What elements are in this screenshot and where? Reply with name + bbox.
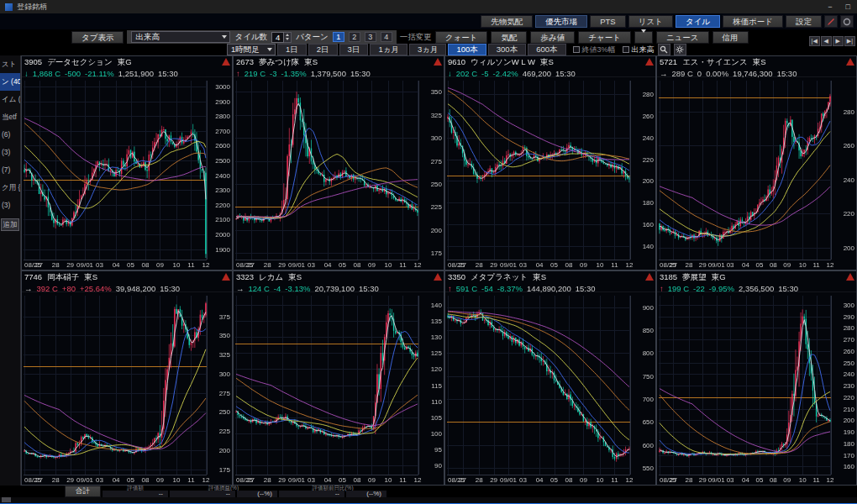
menu-stock-board-button[interactable]: 株価ボード	[723, 15, 783, 28]
period-1month-button[interactable]: 1ヵ月	[370, 44, 407, 55]
minimize-button[interactable]: −	[828, 3, 832, 11]
price-change: -3	[270, 69, 276, 78]
prev-page-button[interactable]: ◀	[821, 36, 832, 46]
menu-priority-market-button[interactable]: 優先市場	[535, 15, 587, 28]
chart-view-button[interactable]: チャート	[578, 31, 631, 44]
chart-panel[interactable]: 3905 データセクション 東G ↓ 1,868 C -500 -21.11% …	[21, 55, 233, 270]
resize-grip[interactable]	[2, 497, 11, 502]
price-change-percent: -9.95%	[709, 284, 734, 293]
direction-arrow-icon: ↑	[660, 284, 664, 293]
sidebar-item[interactable]: (6)	[0, 126, 20, 144]
pattern-label: パターン	[296, 32, 329, 43]
candlestick-chart[interactable]	[657, 292, 856, 485]
candlestick-chart[interactable]	[657, 77, 856, 270]
pattern-4-button[interactable]: 4	[381, 32, 392, 42]
candlestick-chart[interactable]	[445, 292, 655, 485]
total-button[interactable]: 合計	[65, 486, 101, 497]
bulk-change-label: 一括変更	[400, 32, 432, 43]
chart-panel[interactable]: 9610 ウィルソンW L W 東S ↓ 202 C -5 -2.42% 469…	[444, 55, 656, 270]
timeframe-dropdown[interactable]: 1時間足	[227, 44, 276, 55]
last-page-button[interactable]: ▶|	[844, 36, 855, 46]
chart-panel[interactable]: 5721 エス・サイエンス 東S → 289 C 0 0.00% 19,746,…	[656, 55, 857, 270]
alert-triangle-icon[interactable]	[222, 58, 230, 66]
time-value: 15:30	[160, 284, 180, 293]
market-label: 東S	[540, 57, 554, 68]
alert-triangle-icon[interactable]	[645, 273, 654, 281]
sidebar-item[interactable]: イム (6)	[0, 91, 20, 108]
zoom-icon[interactable]	[658, 44, 670, 55]
market-label: 東S	[288, 272, 302, 283]
candlestick-chart[interactable]	[445, 77, 655, 270]
panel-header: 3905 データセクション 東G ↓ 1,868 C -500 -21.11% …	[22, 56, 232, 77]
alert-triangle-icon[interactable]	[434, 273, 442, 281]
alert-triangle-icon[interactable]	[846, 273, 854, 281]
depth-view-button[interactable]: 気配	[491, 31, 527, 44]
period-2day-button[interactable]: 2日	[308, 44, 338, 55]
alert-triangle-icon[interactable]	[434, 58, 442, 66]
market-label: 東S	[84, 272, 97, 283]
sidebar-item[interactable]: ク用 {	[0, 179, 20, 197]
volume-checkbox[interactable]	[623, 46, 629, 53]
sidebar-item[interactable]: (3)	[0, 144, 20, 161]
pen-icon[interactable]	[824, 15, 838, 28]
pnl-column: 評価損益(%) -- (--%)	[170, 486, 277, 497]
pattern-2-button[interactable]: 2	[349, 32, 360, 42]
sidebar-add-button[interactable]: 追加	[1, 218, 19, 231]
tab-display-button[interactable]: タブ表示	[71, 31, 124, 44]
candlestick-chart[interactable]	[234, 292, 444, 485]
tile-count-label: タイル数	[234, 32, 267, 43]
chart-panel[interactable]: 7746 岡本硝子 東S → 392 C +80 +25.64% 39,948,…	[21, 270, 233, 486]
menu-settings-button[interactable]: 設定	[786, 15, 822, 28]
chart-panel[interactable]: 2673 夢みつけ隊 東S ↑ 219 C -3 -1.35% 1,379,50…	[233, 55, 444, 270]
next-page-button[interactable]: ▶	[833, 36, 844, 46]
chart-panel[interactable]: 3323 レカム 東S → 124 C -4 -3.13% 20,739,100…	[233, 270, 444, 486]
menu-futures-quote-button[interactable]: 先物気配	[481, 15, 533, 28]
first-page-button[interactable]: |◀	[809, 36, 820, 46]
time-value: 15:30	[778, 284, 798, 293]
period-3day-button[interactable]: 3日	[339, 44, 369, 55]
price-change: +80	[62, 284, 76, 293]
gear-icon[interactable]	[674, 44, 686, 55]
pattern-3-button[interactable]: 3	[365, 32, 376, 42]
volume-value: 144,890,200	[527, 284, 571, 293]
sidebar-item[interactable]: (3)	[0, 197, 20, 214]
period-1day-button[interactable]: 1日	[277, 44, 307, 55]
ticks-view-button[interactable]: 歩み値	[530, 31, 575, 44]
chart-panel[interactable]: 3350 メタプラネット 東S ↑ 591 C -54 -8.37% 144,8…	[444, 270, 656, 486]
candlestick-chart[interactable]	[22, 292, 232, 485]
tile-count-stepper[interactable]: 4	[271, 32, 292, 43]
menu-pts-button[interactable]: PTS	[590, 15, 625, 28]
margin-view-button[interactable]: 信用	[712, 31, 749, 44]
period-3month-button[interactable]: 3ヵ月	[409, 44, 447, 55]
bars-600-button[interactable]: 600本	[528, 44, 565, 55]
market-label: 東S	[533, 272, 546, 283]
panel-header: 3350 メタプラネット 東S ↑ 591 C -54 -8.37% 144,8…	[445, 271, 655, 292]
close-3pct-checkbox[interactable]	[573, 46, 580, 53]
chart-view-dropdown-button[interactable]	[634, 31, 653, 44]
menu-tile-button[interactable]: タイル	[676, 15, 720, 28]
sync-icon[interactable]	[840, 15, 854, 28]
chart-type-dropdown[interactable]: 出来高	[131, 31, 230, 43]
sidebar-item-active[interactable]: ン (40)	[0, 73, 20, 91]
alert-triangle-icon[interactable]	[222, 273, 230, 281]
quote-view-button[interactable]: クォート	[435, 31, 488, 44]
bars-300-button[interactable]: 300本	[488, 44, 526, 55]
news-view-button[interactable]: ニュース	[656, 31, 709, 44]
stock-code: 2673	[236, 57, 254, 68]
sidebar-item[interactable]: スト	[0, 55, 20, 73]
direction-arrow-icon: ↑	[236, 69, 240, 78]
chart-panel[interactable]: 3185 夢展望 東G ↑ 199 C -22 -9.95% 2,356,500…	[656, 270, 857, 486]
alert-triangle-icon[interactable]	[645, 58, 654, 66]
sidebar-item[interactable]: 当etf	[0, 108, 20, 126]
direction-arrow-icon: →	[236, 284, 244, 293]
direction-arrow-icon: ↓	[24, 69, 29, 78]
pattern-1-button[interactable]: 1	[333, 32, 344, 42]
maximize-button[interactable]: □	[846, 3, 850, 11]
sidebar-item[interactable]: (7)	[0, 161, 20, 179]
candlestick-chart[interactable]	[22, 77, 232, 270]
stepper-arrows-icon[interactable]	[284, 32, 292, 43]
bars-100-button[interactable]: 100本	[448, 44, 486, 55]
alert-triangle-icon[interactable]	[846, 58, 854, 66]
candlestick-chart[interactable]	[234, 77, 444, 270]
menu-list-button[interactable]: リスト	[628, 15, 673, 28]
